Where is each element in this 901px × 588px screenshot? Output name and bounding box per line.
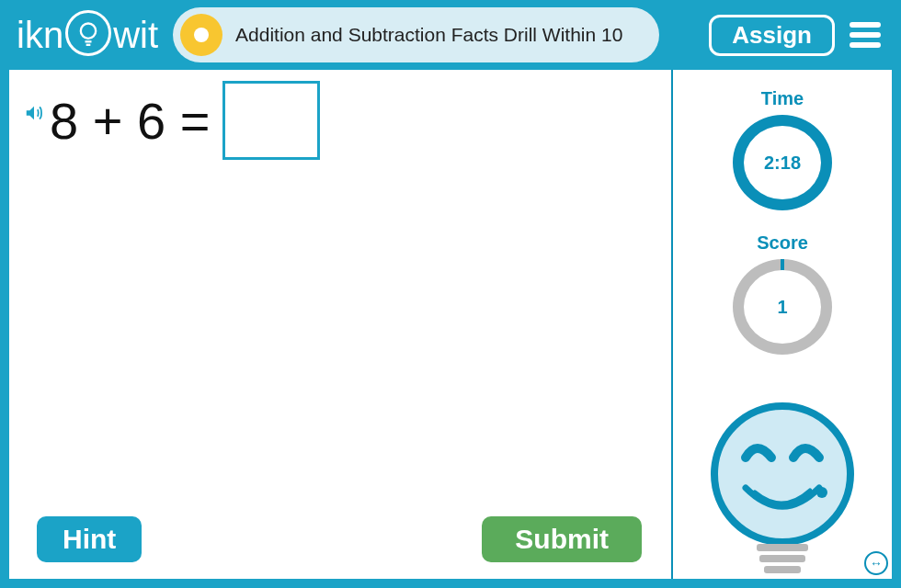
- svg-rect-6: [759, 555, 805, 562]
- question-panel: 8 + 6 = Hint Submit: [9, 70, 671, 579]
- lightbulb-icon: [65, 10, 111, 56]
- level-badge-icon: [180, 14, 222, 56]
- time-ring: 2:18: [733, 115, 832, 210]
- score-value: 1: [777, 297, 787, 318]
- lesson-title: Addition and Subtraction Facts Drill Wit…: [235, 24, 622, 46]
- header-bar: ikn wit Addition and Subtraction Facts D…: [0, 0, 901, 70]
- score-ring: 1: [733, 259, 832, 355]
- stats-panel: Time 2:18 Score 1 ↔: [671, 70, 892, 579]
- menu-icon[interactable]: [850, 17, 881, 52]
- lesson-title-pill: Addition and Subtraction Facts Drill Wit…: [173, 7, 659, 62]
- svg-point-0: [81, 24, 96, 39]
- hint-button[interactable]: Hint: [37, 516, 142, 562]
- score-label: Score: [757, 232, 808, 254]
- question-expression: 8 + 6 =: [50, 81, 320, 160]
- content-area: 8 + 6 = Hint Submit Time 2:18 Score 1: [0, 70, 901, 588]
- mascot-icon: [704, 401, 861, 579]
- time-value: 2:18: [764, 153, 801, 174]
- logo[interactable]: ikn wit: [17, 12, 158, 58]
- expand-icon[interactable]: ↔: [864, 551, 888, 575]
- time-label: Time: [761, 88, 804, 109]
- svg-point-3: [714, 406, 850, 542]
- answer-input[interactable]: [222, 81, 320, 160]
- svg-point-4: [816, 487, 827, 498]
- assign-button[interactable]: Assign: [709, 15, 835, 56]
- expression-text: 8 + 6 =: [50, 91, 210, 151]
- svg-rect-5: [757, 544, 808, 551]
- logo-text-left: ikn: [17, 15, 63, 56]
- logo-text-right: wit: [113, 15, 158, 56]
- submit-button[interactable]: Submit: [482, 516, 642, 562]
- speaker-icon[interactable]: [24, 103, 44, 127]
- svg-rect-7: [764, 566, 801, 573]
